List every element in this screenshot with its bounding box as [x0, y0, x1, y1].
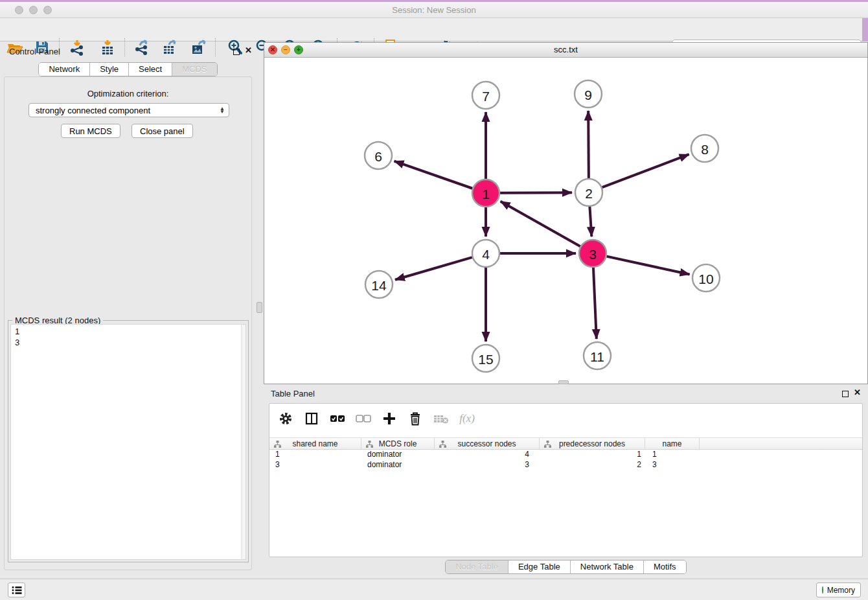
network-canvas[interactable]: 7968124314101511 [264, 58, 867, 384]
column-header-mcds-role[interactable]: MCDS role [361, 438, 435, 449]
graph-edge-3-1[interactable] [501, 202, 580, 246]
status-bar: Memory [0, 579, 868, 600]
tab-edge-table[interactable]: Edge Table [508, 560, 570, 573]
column-label: predecessor nodes [559, 439, 625, 448]
app-titlebar: Session: New Session [0, 2, 868, 18]
node-table-panel: f(x) shared name MCDS role successor nod… [269, 403, 863, 557]
graph-edge-1-2[interactable] [500, 192, 572, 193]
node-table: shared name MCDS role successor nodes pr… [269, 437, 862, 470]
table-toolbar: f(x) [269, 404, 862, 433]
tab-network[interactable]: Network [39, 63, 89, 76]
main-toolbar [0, 18, 868, 41]
cell-shared-name[interactable]: 1 [269, 450, 361, 460]
column-header-predecessor-nodes[interactable]: predecessor nodes [540, 438, 645, 449]
memory-label: Memory [827, 586, 855, 595]
memory-status-icon [822, 586, 823, 594]
desktop-edge-right [862, 18, 868, 41]
tab-motifs[interactable]: Motifs [643, 560, 686, 573]
create-column-icon[interactable] [381, 410, 398, 427]
cell-name[interactable]: 1 [645, 450, 700, 460]
cell-successor-nodes[interactable]: 4 [435, 450, 540, 460]
column-header-shared-name[interactable]: shared name [269, 438, 361, 449]
graph-edge-3-11[interactable] [593, 268, 597, 339]
result-line: 1 [15, 326, 246, 337]
table-settings-icon[interactable] [277, 410, 294, 427]
run-mcds-button[interactable]: Run MCDS [61, 124, 120, 138]
graph-node-label-14: 14 [371, 278, 387, 293]
maximize-window-icon[interactable] [43, 6, 52, 14]
optimization-criterion-label: Optimization criterion: [0, 89, 256, 98]
table-row[interactable]: 1 dominator 4 1 1 [269, 450, 862, 460]
control-panel-header: Control Panel ✕ [0, 42, 256, 62]
tab-node-table[interactable]: Node Table [446, 560, 508, 573]
column-header-successor-nodes[interactable]: successor nodes [435, 438, 540, 449]
cell-mcds-role[interactable]: dominator [361, 460, 435, 470]
graph-node-label-6: 6 [374, 149, 382, 164]
float-panel-icon[interactable] [232, 47, 240, 56]
show-columns-icon[interactable] [303, 410, 320, 427]
column-label: successor nodes [457, 439, 516, 448]
graph-node-label-4: 4 [482, 247, 490, 262]
table-float-icon[interactable] [841, 389, 849, 398]
tab-select[interactable]: Select [128, 63, 172, 76]
tab-style[interactable]: Style [89, 63, 128, 76]
column-header-name[interactable]: name [645, 438, 700, 449]
graph-edge-4-14[interactable] [395, 257, 472, 280]
minimize-window-icon[interactable] [29, 6, 38, 14]
network-zoom-icon[interactable]: + [294, 45, 303, 54]
column-type-icon [544, 441, 551, 448]
control-panel-title: Control Panel [9, 47, 60, 56]
cell-name[interactable]: 3 [645, 460, 700, 470]
graph-node-label-8: 8 [701, 142, 709, 157]
mcds-result-text[interactable]: 1 3 [10, 324, 246, 560]
graph-node-label-7: 7 [482, 89, 490, 104]
graph-node-label-1: 1 [482, 187, 490, 202]
column-type-icon [439, 441, 446, 448]
result-scrollbar[interactable] [241, 325, 246, 559]
delete-column-icon[interactable] [407, 410, 424, 427]
mcds-result-group: MCDS result (2 nodes) 1 3 [8, 320, 249, 562]
function-builder-icon: f(x) [459, 410, 475, 427]
table-header-row: shared name MCDS role successor nodes pr… [269, 437, 862, 450]
graph-node-label-10: 10 [698, 271, 713, 286]
network-titlebar: ✕ − + scc.txt [264, 43, 867, 58]
vertical-splitter-handle[interactable] [257, 302, 262, 313]
graph-edge-1-6[interactable] [394, 161, 473, 189]
cell-predecessor-nodes[interactable]: 2 [540, 460, 645, 470]
tab-network-table[interactable]: Network Table [570, 560, 643, 573]
graph-node-label-2: 2 [585, 186, 593, 201]
result-line: 3 [15, 337, 246, 348]
dropdown-stepper-icon: ▲▼ [220, 107, 225, 113]
memory-button[interactable]: Memory [816, 583, 861, 597]
task-history-button[interactable] [8, 583, 25, 597]
graph-edge-2-9[interactable] [588, 111, 589, 178]
close-window-icon[interactable] [15, 6, 23, 14]
select-all-columns-icon[interactable] [329, 410, 346, 427]
network-close-icon[interactable]: ✕ [268, 45, 277, 54]
table-panel-header: Table Panel ✕ [264, 384, 868, 402]
close-panel-icon[interactable]: ✕ [244, 46, 253, 54]
table-row[interactable]: 3 dominator 3 2 3 [269, 460, 862, 470]
table-panel-title: Table Panel [271, 389, 315, 398]
network-graph: 7968124314101511 [264, 58, 867, 384]
cell-shared-name[interactable]: 3 [269, 460, 361, 470]
tab-mcds[interactable]: MCDS [172, 63, 216, 76]
graph-edge-2-8[interactable] [602, 154, 689, 187]
column-label: shared name [292, 439, 337, 448]
close-panel-button[interactable]: Close panel [131, 124, 193, 138]
cell-mcds-role[interactable]: dominator [361, 450, 435, 460]
table-close-icon[interactable]: ✕ [853, 388, 862, 397]
graph-node-label-9: 9 [584, 87, 592, 102]
cell-predecessor-nodes[interactable]: 1 [540, 450, 645, 460]
delete-table-icon [433, 410, 450, 427]
graph-edge-2-3[interactable] [589, 207, 591, 237]
criterion-dropdown[interactable]: strongly connected component ▲▼ [29, 103, 229, 117]
column-type-icon [366, 441, 373, 448]
graph-edge-3-10[interactable] [606, 257, 689, 275]
graph-node-label-15: 15 [478, 352, 493, 367]
graph-node-label-3: 3 [589, 247, 597, 262]
cell-successor-nodes[interactable]: 3 [435, 460, 540, 470]
network-minimize-icon[interactable]: − [281, 45, 290, 54]
table-tabs: Node Table Edge Table Network Table Moti… [264, 560, 868, 574]
unselect-all-columns-icon[interactable] [355, 410, 372, 427]
